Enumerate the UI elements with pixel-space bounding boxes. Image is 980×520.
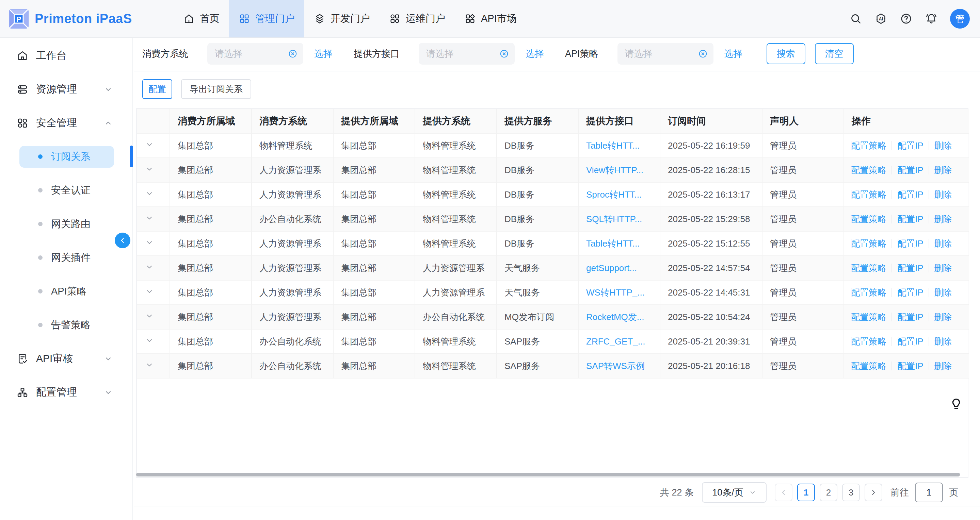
delete-link[interactable]: 删除 (929, 287, 957, 299)
row-expand-icon[interactable] (145, 336, 154, 345)
configure-ip-link[interactable]: 配置IP (892, 262, 929, 274)
api-policy-select[interactable]: 请选择 (617, 43, 713, 65)
sidebar-collapse-button[interactable] (115, 233, 130, 248)
delete-link[interactable]: 删除 (929, 262, 957, 274)
provider-interface-link[interactable]: View转HTTP... (586, 165, 643, 175)
sidebar-item-api-audit[interactable]: API审核 (0, 342, 132, 376)
configure-ip-link[interactable]: 配置IP (892, 360, 929, 372)
provider-interface-link[interactable]: getSupport... (586, 263, 637, 273)
row-expand-icon[interactable] (145, 165, 154, 173)
configure-button[interactable]: 配置 (142, 79, 172, 99)
sidebar-item-gateway-route[interactable]: 网关路由 (0, 207, 132, 241)
provider-interface-link[interactable]: ZRFC_GET_... (586, 336, 645, 347)
row-expand-icon[interactable] (145, 214, 154, 222)
sidebar-item-resource-mgmt[interactable]: 资源管理 (0, 73, 132, 106)
configure-policy-link[interactable]: 配置策略 (851, 140, 891, 152)
provider-interface-link[interactable]: SQL转HTTP... (586, 214, 642, 224)
configure-ip-link[interactable]: 配置IP (892, 189, 929, 201)
table-cell: 集团总部 (333, 354, 415, 378)
app-root: P Primeton iPaaS 首页管理门户开发门户运维门户API市场 AI … (0, 0, 980, 520)
page-button-3[interactable]: 3 (842, 484, 860, 501)
delete-link[interactable]: 删除 (929, 311, 957, 323)
ai-icon[interactable]: AI (875, 12, 888, 25)
lightbulb-icon[interactable] (949, 397, 963, 411)
sidebar-item-gateway-plugin[interactable]: 网关插件 (0, 241, 132, 274)
provider-interface-link[interactable]: WS转HTTP_... (586, 287, 645, 298)
configure-policy-link[interactable]: 配置策略 (851, 164, 891, 176)
row-expand-icon[interactable] (145, 140, 154, 149)
sidebar-item-workbench[interactable]: 工作台 (0, 39, 132, 73)
top-nav-api-market[interactable]: API市场 (455, 0, 526, 37)
prev-page-button[interactable] (775, 484, 792, 501)
configure-policy-link[interactable]: 配置策略 (851, 213, 891, 225)
configure-policy-link[interactable]: 配置策略 (851, 360, 891, 372)
choose-link[interactable]: 选择 (724, 48, 743, 60)
configure-policy-link[interactable]: 配置策略 (851, 189, 891, 201)
configure-policy-link[interactable]: 配置策略 (851, 311, 891, 323)
configure-policy-link[interactable]: 配置策略 (851, 238, 891, 250)
table-cell: 集团总部 (333, 329, 415, 354)
goto-page-input[interactable] (915, 483, 943, 502)
row-expand-icon[interactable] (145, 287, 154, 296)
delete-link[interactable]: 删除 (929, 336, 957, 347)
bell-icon[interactable] (925, 12, 938, 25)
horizontal-scrollbar[interactable] (136, 473, 960, 476)
provider-interface-link[interactable]: SAP转WS示例 (586, 361, 645, 371)
provider-interface-select[interactable]: 请选择 (419, 43, 515, 65)
row-expand-icon[interactable] (145, 263, 154, 271)
delete-link[interactable]: 删除 (929, 360, 957, 372)
top-nav-admin-portal[interactable]: 管理门户 (229, 0, 304, 37)
delete-link[interactable]: 删除 (929, 164, 957, 176)
sidebar-item-api-policy[interactable]: API策略 (0, 274, 132, 308)
row-expand-icon[interactable] (145, 238, 154, 247)
top-nav-ops-portal[interactable]: 运维门户 (380, 0, 455, 37)
delete-link[interactable]: 删除 (929, 189, 957, 201)
export-subscriptions-button[interactable]: 导出订阅关系 (181, 79, 251, 99)
row-expand-icon[interactable] (145, 360, 154, 369)
clear-icon[interactable] (499, 49, 509, 59)
row-expand-icon[interactable] (145, 189, 154, 198)
clear-icon[interactable] (288, 49, 298, 59)
configure-ip-link[interactable]: 配置IP (892, 213, 929, 225)
sidebar-item-security-auth[interactable]: 安全认证 (0, 173, 132, 207)
row-expand-icon[interactable] (145, 312, 154, 320)
configure-ip-link[interactable]: 配置IP (892, 336, 929, 347)
sidebar-item-security-mgmt[interactable]: 安全管理 (0, 106, 132, 140)
sidebar-item-alert-policy[interactable]: 告警策略 (0, 308, 132, 342)
help-icon[interactable] (900, 12, 913, 25)
delete-link[interactable]: 删除 (929, 238, 957, 250)
choose-link[interactable]: 选择 (526, 48, 544, 60)
provider-interface-link[interactable]: Sproc转HTT... (586, 189, 642, 200)
configure-ip-link[interactable]: 配置IP (892, 164, 929, 176)
choose-link[interactable]: 选择 (314, 48, 332, 60)
clear-icon[interactable] (698, 49, 708, 59)
configure-policy-link[interactable]: 配置策略 (851, 336, 891, 347)
search-icon[interactable] (849, 12, 862, 25)
delete-link[interactable]: 删除 (929, 213, 957, 225)
configure-ip-link[interactable]: 配置IP (892, 287, 929, 299)
provider-interface-link[interactable]: Table转HTT... (586, 238, 640, 249)
avatar[interactable]: 管 (950, 9, 970, 29)
configure-policy-link[interactable]: 配置策略 (851, 262, 891, 274)
configure-ip-link[interactable]: 配置IP (892, 311, 929, 323)
sidebar-item-config-mgmt[interactable]: 配置管理 (0, 376, 132, 409)
top-nav-dev-portal[interactable]: 开发门户 (304, 0, 380, 37)
provider-interface-link[interactable]: RocketMQ发... (586, 312, 644, 322)
configure-ip-link[interactable]: 配置IP (892, 238, 929, 250)
search-button[interactable]: 搜索 (767, 43, 805, 64)
sidebar-item-subscription[interactable]: 订阅关系 (0, 140, 132, 173)
page-button-1[interactable]: 1 (797, 484, 815, 501)
top-nav-home[interactable]: 首页 (173, 0, 229, 37)
delete-link[interactable]: 删除 (929, 140, 957, 152)
page-button-2[interactable]: 2 (820, 484, 837, 501)
brand[interactable]: P Primeton iPaaS (8, 0, 132, 37)
table-cell: 办公自动化系统 (251, 207, 333, 231)
configure-policy-link[interactable]: 配置策略 (851, 287, 891, 299)
provider-interface-link[interactable]: Table转HTT... (586, 141, 640, 151)
sidebar-subitem-pill: 网关插件 (19, 247, 114, 269)
configure-ip-link[interactable]: 配置IP (892, 140, 929, 152)
clear-button[interactable]: 清空 (815, 43, 854, 64)
consumer-system-select[interactable]: 请选择 (207, 43, 303, 65)
next-page-button[interactable] (865, 484, 882, 501)
page-size-select[interactable]: 10条/页 (702, 482, 767, 503)
